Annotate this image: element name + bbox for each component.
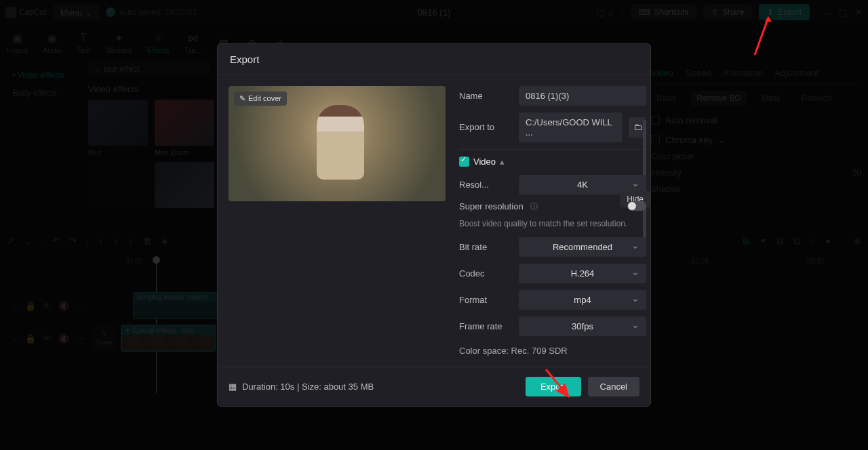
cancel-button[interactable]: Cancel	[588, 377, 639, 396]
label-bitrate: Bit rate	[459, 242, 512, 252]
label-name: Name	[459, 91, 512, 101]
duration-icon: ▦	[229, 382, 237, 392]
super-resolution-toggle[interactable]	[627, 201, 646, 211]
info-icon[interactable]: ⓘ	[530, 201, 538, 211]
pencil-icon: ✎	[239, 94, 245, 103]
label-codec: Codec	[459, 268, 512, 279]
bitrate-select[interactable]: Recommended	[519, 237, 646, 257]
label-format: Format	[459, 295, 512, 305]
video-checkbox[interactable]	[459, 157, 469, 167]
name-input[interactable]	[519, 86, 646, 106]
export-path: C:/Users/GOOD WILL ...	[519, 112, 622, 142]
label-resolution: Resol...	[459, 180, 512, 190]
super-resolution-help: Boost video quality to match the set res…	[459, 218, 646, 230]
label-export-to: Export to	[459, 122, 512, 132]
codec-select[interactable]: H.264	[519, 264, 646, 283]
export-preview: ✎Edit cover	[229, 86, 446, 201]
export-modal: Export ✎Edit cover Name Export to C:/Use…	[217, 43, 651, 407]
export-button[interactable]: Export	[526, 377, 581, 396]
color-space-info: Color space: Rec. 709 SDR	[459, 346, 646, 356]
label-framerate: Frame rate	[459, 321, 512, 331]
framerate-select[interactable]: 30fps	[519, 316, 646, 336]
label-super-resolution: Super resolution	[459, 201, 524, 211]
chevron-up-icon[interactable]: ▴	[500, 157, 505, 167]
folder-icon: 🗀	[633, 122, 642, 132]
modal-title: Export	[218, 44, 650, 75]
edit-cover-button[interactable]: ✎Edit cover	[234, 91, 287, 106]
duration-text: Duration: 10s | Size: about 35 MB	[242, 382, 374, 392]
format-select[interactable]: mp4	[519, 290, 646, 310]
